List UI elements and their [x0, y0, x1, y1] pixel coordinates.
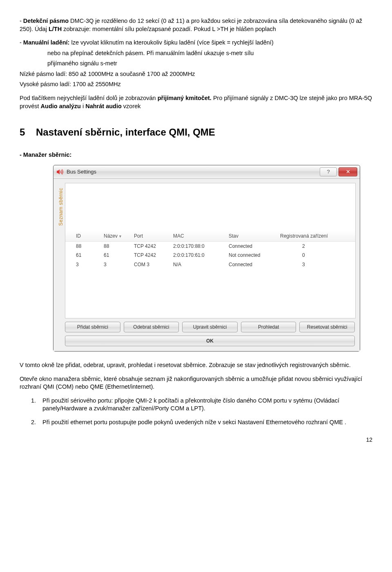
cell-port: TCP 4242 — [131, 251, 170, 260]
cell-reg: 3 — [277, 260, 355, 269]
text: zobrazuje: momentální sílu pole/zapsané … — [62, 26, 276, 32]
list-number: 2. — [31, 418, 42, 427]
titlebar: Bus Settings ? ✕ — [53, 165, 360, 179]
cell-port: TCP 4242 — [131, 242, 170, 251]
remove-bus-button[interactable]: Odebrat sběrnici — [124, 322, 179, 332]
paragraph-manual-tuning: - Manuální ladění: lze vyvolat kliknutím… — [20, 39, 372, 47]
indented-line: nebo na přepínač detekčních pásem. Při m… — [20, 49, 372, 58]
reset-bus-button[interactable]: Resetovat sběrnici — [299, 322, 355, 332]
table-head: ID Název▼ Port MAC Stav Registrovaná zař… — [65, 231, 355, 242]
col-reg[interactable]: Registrovaná zařízení — [277, 231, 355, 242]
paragraph-low-band: Nízké pásmo ladí: 850 až 1000MHz a souča… — [20, 70, 372, 78]
paragraph-high-band: Vysoké pásmo ladí: 1700 až 2550MHz — [20, 80, 372, 89]
text: - — [20, 18, 23, 24]
cell-name: 88 — [100, 242, 131, 251]
text: lze vyvolat kliknutím na kteroukoliv šip… — [69, 39, 273, 46]
sort-indicator-icon: ▼ — [118, 234, 122, 238]
close-button[interactable]: ✕ — [339, 167, 357, 176]
bold-text: přijímaný kmitočet. — [158, 95, 212, 101]
indented-line: přijímaného signálu s-metr — [20, 60, 372, 68]
heading-text: Nastavení sběrnic, interface QMI, QME — [36, 127, 215, 138]
help-icon: ? — [327, 168, 330, 176]
ok-button[interactable]: OK — [65, 336, 355, 346]
col-mac[interactable]: MAC — [170, 231, 225, 242]
paragraph-window-desc: V tomto okně lze přidat, odebrat, upravi… — [20, 361, 372, 369]
bus-table: ID Název▼ Port MAC Stav Registrovaná zař… — [65, 231, 355, 269]
list-item-2: 2. Při použití ethernet portu postupujte… — [31, 418, 372, 427]
table-row[interactable]: 3 3 COM 3 N/A Connected 3 — [65, 260, 355, 269]
cell-mac: N/A — [170, 260, 225, 269]
col-name[interactable]: Název▼ — [100, 231, 131, 242]
cell-reg: 2 — [277, 242, 355, 251]
screenshot-bus-settings: Bus Settings ? ✕ Seznam sběrnic ID Název… — [53, 165, 354, 352]
cell-name: 61 — [100, 251, 131, 260]
cell-reg: 0 — [277, 251, 355, 260]
text: i — [81, 103, 85, 109]
list-item-1: 1. Při použití sériového portu: připojte… — [31, 397, 372, 413]
text: - — [20, 39, 23, 46]
paragraph-bus-manager: - Manažer sběrnic: — [20, 151, 372, 159]
cell-id: 61 — [65, 251, 100, 260]
list-number: 1. — [31, 397, 42, 413]
bold-text: Nahrát audio — [85, 103, 122, 109]
col-name-label: Název — [104, 233, 118, 239]
window-bus-settings: Bus Settings ? ✕ Seznam sběrnic ID Název… — [53, 165, 360, 352]
scan-button[interactable]: Prohledat — [241, 322, 296, 332]
cell-mac: 2:0:0:170:88:0 — [170, 242, 225, 251]
button-row: Přidat sběrnici Odebrat sběrnici Upravit… — [58, 318, 356, 335]
cell-stav: Not connected — [225, 251, 277, 260]
bus-table-frame: ID Název▼ Port MAC Stav Registrovaná zař… — [65, 183, 356, 318]
list-text: Při použití sériového portu: připojte QM… — [42, 397, 372, 413]
window-body: Seznam sběrnic ID Název▼ Port MAC Stav R… — [53, 179, 360, 351]
bold-text: Manuální ladění: — [23, 39, 70, 46]
sidebar-label: Seznam sběrnic — [58, 183, 64, 231]
cell-id: 88 — [65, 242, 100, 251]
text: vzorek — [122, 103, 141, 109]
bold-text: L/TH — [49, 26, 62, 32]
cell-mac: 2:0:0:170:61:0 — [170, 251, 225, 260]
sound-icon — [57, 169, 64, 175]
close-icon: ✕ — [346, 168, 350, 176]
text: Pod tlačítkem nejrychlejší ladění dolů j… — [20, 95, 158, 101]
section-heading: 5Nastavení sběrnic, interface QMI, QME — [20, 126, 372, 139]
add-bus-button[interactable]: Přidat sběrnici — [65, 322, 120, 332]
cell-stav: Connected — [225, 260, 277, 269]
heading-number: 5 — [20, 126, 36, 139]
bold-text: Audio analýzu — [41, 103, 81, 109]
help-button[interactable]: ? — [320, 167, 337, 176]
paragraph-open-manager: Otevře okno manažera sběrnic, které obsa… — [20, 375, 372, 391]
col-id[interactable]: ID — [65, 231, 100, 242]
page-number: 12 — [20, 436, 372, 444]
cell-id: 3 — [65, 260, 100, 269]
cell-name: 3 — [100, 260, 131, 269]
col-port[interactable]: Port — [131, 231, 170, 242]
bold-text: Detekční pásmo — [23, 18, 69, 24]
edit-bus-button[interactable]: Upravit sběrnici — [182, 322, 238, 332]
list-text: Při použití ethernet portu postupujte po… — [42, 418, 372, 427]
cell-port: COM 3 — [131, 260, 170, 269]
ok-row: OK — [58, 335, 356, 348]
window-title: Bus Settings — [67, 168, 96, 176]
col-stav[interactable]: Stav — [225, 231, 277, 242]
paragraph-detection-band: - Detekční pásmo DMC-3Q je rozděleno do … — [20, 17, 372, 33]
paragraph-frequency: Pod tlačítkem nejrychlejší ladění dolů j… — [20, 94, 372, 110]
cell-stav: Connected — [225, 242, 277, 251]
table-row[interactable]: 61 61 TCP 4242 2:0:0:170:61:0 Not connec… — [65, 251, 355, 260]
table-row[interactable]: 88 88 TCP 4242 2:0:0:170:88:0 Connected … — [65, 242, 355, 251]
